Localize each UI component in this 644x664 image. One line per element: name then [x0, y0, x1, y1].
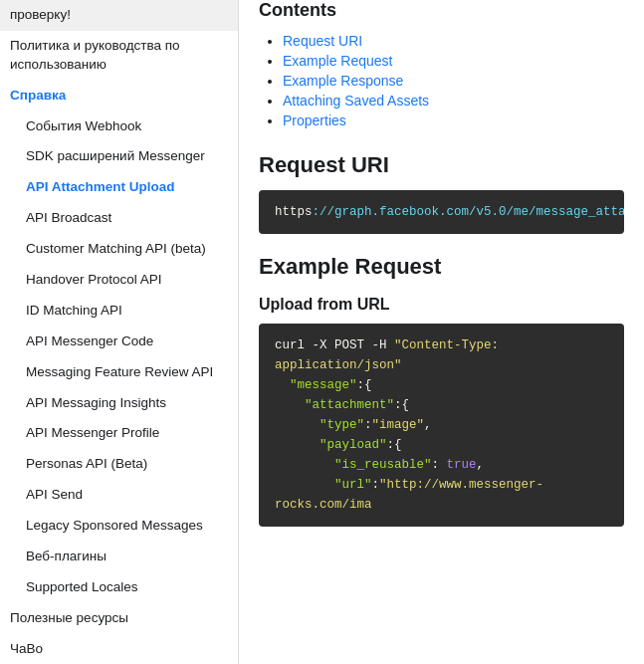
- contents-link-properties[interactable]: Properties: [283, 112, 346, 128]
- sidebar-item-api-broadcast[interactable]: API Broadcast: [0, 203, 238, 234]
- contents-link-attaching-saved[interactable]: Attaching Saved Assets: [283, 93, 429, 109]
- code-line-4: "type":"image",: [275, 415, 608, 435]
- request-uri-code: https://graph.facebook.com/v5.0/me/messa…: [259, 190, 624, 234]
- contents-link-example-request[interactable]: Example Request: [283, 53, 393, 69]
- list-item: Properties: [283, 112, 624, 128]
- request-uri-heading: Request URI: [259, 152, 624, 178]
- sidebar-item-web-plugins[interactable]: Веб-плагины: [0, 542, 238, 572]
- contents-section: Contents Request URI Example Request Exa…: [259, 0, 624, 128]
- sidebar: проверку! Политика и руководства по испо…: [0, 0, 239, 664]
- code-line-5: "payload":{: [275, 435, 608, 455]
- sidebar-item-proverku[interactable]: проверку!: [0, 0, 238, 31]
- sidebar-item-messaging-feature[interactable]: Messaging Feature Review API: [0, 357, 238, 388]
- sidebar-item-webhook[interactable]: События Webhook: [0, 111, 238, 142]
- code-line-1: curl -X POST -H "Content-Type: applicati…: [275, 335, 608, 375]
- sidebar-item-handover[interactable]: Handover Protocol API: [0, 265, 238, 296]
- sidebar-item-supported-locales[interactable]: Supported Locales: [0, 572, 238, 603]
- sidebar-item-politika[interactable]: Политика и руководства по использованию: [0, 31, 238, 81]
- contents-link-request-uri[interactable]: Request URI: [283, 33, 362, 49]
- sidebar-item-spravka[interactable]: Справка: [0, 81, 238, 111]
- list-item: Attaching Saved Assets: [283, 93, 624, 109]
- contents-link-example-response[interactable]: Example Response: [283, 73, 403, 89]
- list-item: Request URI: [283, 33, 624, 49]
- example-request-heading: Example Request: [259, 254, 624, 280]
- sidebar-item-personas[interactable]: Personas API (Beta): [0, 449, 238, 480]
- list-item: Example Response: [283, 73, 624, 89]
- sidebar-item-messaging-insights[interactable]: API Messaging Insights: [0, 388, 238, 419]
- contents-title: Contents: [259, 0, 624, 21]
- code-path: ://graph.facebook.com/v5.0/me/message_at…: [313, 205, 624, 219]
- sidebar-item-messenger-profile[interactable]: API Messenger Profile: [0, 418, 238, 449]
- upload-url-code-block: curl -X POST -H "Content-Type: applicati…: [259, 324, 624, 527]
- sidebar-item-legacy-sponsored[interactable]: Legacy Sponsored Messages: [0, 511, 238, 542]
- sidebar-item-api-attachment[interactable]: API Attachment Upload: [0, 172, 238, 203]
- sidebar-item-sdk[interactable]: SDK расширений Messenger: [0, 141, 238, 172]
- sidebar-item-customer-matching[interactable]: Customer Matching API (beta): [0, 234, 238, 265]
- main-content: Contents Request URI Example Request Exa…: [239, 0, 644, 664]
- code-https: https: [275, 205, 313, 219]
- example-request-section: Example Request Upload from URL curl -X …: [259, 254, 624, 527]
- sidebar-item-messenger-code[interactable]: API Messenger Code: [0, 327, 238, 357]
- sidebar-item-resources[interactable]: Полезные ресурсы: [0, 603, 238, 634]
- list-item: Example Request: [283, 53, 624, 69]
- code-line-2: "message":{: [275, 375, 608, 395]
- contents-list: Request URI Example Request Example Resp…: [259, 33, 624, 128]
- upload-from-url-heading: Upload from URL: [259, 296, 624, 314]
- sidebar-item-api-send[interactable]: API Send: [0, 480, 238, 511]
- sidebar-item-id-matching[interactable]: ID Matching API: [0, 296, 238, 327]
- code-line-3: "attachment":{: [275, 395, 608, 415]
- code-line-7: "url":"http://www.messenger-rocks.com/im…: [275, 475, 608, 515]
- sidebar-item-faq[interactable]: ЧаВо: [0, 634, 238, 664]
- code-line-6: "is_reusable": true,: [275, 455, 608, 475]
- request-uri-section: Request URI https://graph.facebook.com/v…: [259, 152, 624, 234]
